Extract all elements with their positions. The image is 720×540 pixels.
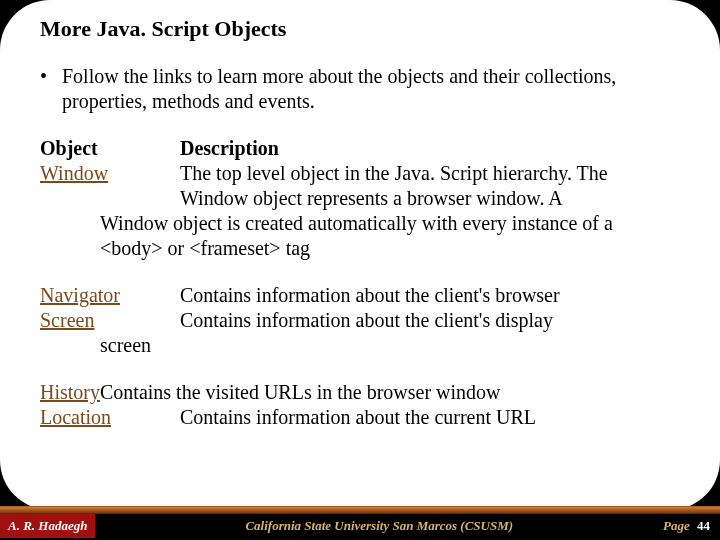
table-row: Location Contains information about the … xyxy=(40,405,680,430)
table-row: History Contains the visited URLs in the… xyxy=(40,380,680,405)
history-link[interactable]: History xyxy=(40,381,100,403)
spacer xyxy=(40,358,680,380)
table-header-row: Object Description xyxy=(40,136,680,161)
spacer xyxy=(40,261,680,283)
window-link[interactable]: Window xyxy=(40,162,108,184)
navigator-link[interactable]: Navigator xyxy=(40,284,120,306)
description-continuation: screen xyxy=(100,333,680,358)
location-link[interactable]: Location xyxy=(40,406,111,428)
object-cell: Navigator xyxy=(40,283,180,308)
page-number: 44 xyxy=(697,518,710,533)
description-cell: The top level object in the Java. Script… xyxy=(180,161,680,211)
description-cell: Contains information about the current U… xyxy=(180,405,680,430)
footer-author: A. R. Hadaegh xyxy=(0,514,95,538)
table-row: Window The top level object in the Java.… xyxy=(40,161,680,211)
description-cell: Contains information about the client's … xyxy=(180,308,680,333)
page-label: Page xyxy=(663,518,690,533)
slide-title: More Java. Script Objects xyxy=(40,16,680,42)
object-cell: History xyxy=(40,380,100,405)
slide: More Java. Script Objects • Follow the l… xyxy=(0,0,720,540)
bullet-item: • Follow the links to learn more about t… xyxy=(40,64,680,114)
screen-link[interactable]: Screen xyxy=(40,309,94,331)
object-definitions: Object Description Window The top level … xyxy=(40,136,680,430)
footer-affiliation: California State University San Marcos (… xyxy=(245,518,513,534)
footer-divider xyxy=(0,506,720,514)
footer: A. R. Hadaegh California State Universit… xyxy=(0,514,720,538)
object-cell: Screen xyxy=(40,308,180,333)
slide-content: More Java. Script Objects • Follow the l… xyxy=(40,16,680,430)
table-row: Screen Contains information about the cl… xyxy=(40,308,680,333)
object-cell: Window xyxy=(40,161,180,211)
bullet-marker: • xyxy=(40,64,62,114)
header-description: Description xyxy=(180,136,680,161)
bullet-text: Follow the links to learn more about the… xyxy=(62,64,680,114)
object-cell: Location xyxy=(40,405,180,430)
header-object: Object xyxy=(40,136,180,161)
table-row: Navigator Contains information about the… xyxy=(40,283,680,308)
description-cell: Contains the visited URLs in the browser… xyxy=(100,380,680,405)
description-continuation: Window object is created automatically w… xyxy=(100,211,680,261)
description-cell: Contains information about the client's … xyxy=(180,283,680,308)
footer-pager: Page 44 xyxy=(663,518,710,534)
